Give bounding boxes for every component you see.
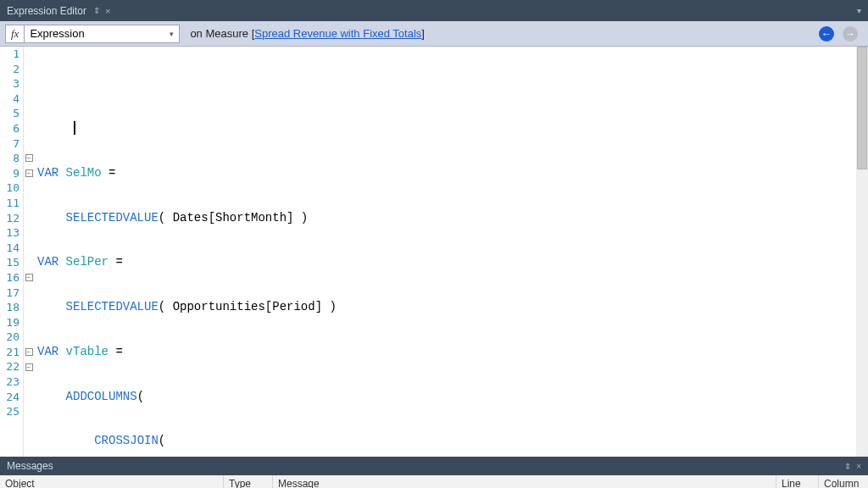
col-line[interactable]: Line xyxy=(776,475,819,488)
editor-titlebar: Expression Editor ⇕ × ▾ xyxy=(0,0,868,21)
col-object[interactable]: Object xyxy=(0,475,224,488)
code-content[interactable]: VAR SelMo = SELECTEDVALUE( Dates[ShortMo… xyxy=(34,47,868,457)
editor-title: Expression Editor xyxy=(7,5,86,17)
scrollbar-thumb[interactable] xyxy=(857,47,867,169)
nav-arrows: ← → xyxy=(819,26,863,42)
fold-toggle-icon[interactable]: − xyxy=(25,169,33,177)
col-column[interactable]: Column xyxy=(819,475,868,488)
messages-titlebar: Messages ⇕ × xyxy=(0,457,868,475)
measure-context: on Measure [Spread Revenue with Fixed To… xyxy=(190,27,425,40)
expression-type-value: Expression xyxy=(30,27,84,40)
text-cursor xyxy=(74,121,75,135)
fold-toggle-icon[interactable]: − xyxy=(25,348,33,356)
col-message[interactable]: Message xyxy=(273,475,776,488)
messages-pin-icon[interactable]: ⇕ xyxy=(844,462,851,471)
measure-link[interactable]: Spread Revenue with Fixed Totals xyxy=(254,27,421,40)
fx-label: fx xyxy=(5,25,24,43)
messages-header: Object Type Message Line Column xyxy=(0,475,868,488)
nav-back-button[interactable]: ← xyxy=(819,26,834,42)
nav-forward-button: → xyxy=(843,26,858,42)
fold-gutter: − − − − − xyxy=(24,47,34,457)
code-editor[interactable]: 1234567891011121314151617181920212223242… xyxy=(0,47,868,457)
dropdown-arrow-icon: ▾ xyxy=(170,30,174,38)
expression-type-dropdown[interactable]: Expression ▾ xyxy=(24,25,180,43)
vertical-scrollbar[interactable] xyxy=(856,47,868,457)
line-gutter: 1234567891011121314151617181920212223242… xyxy=(0,47,24,457)
window-menu-icon[interactable]: ▾ xyxy=(857,6,861,15)
fold-toggle-icon[interactable]: − xyxy=(25,154,33,162)
formula-toolbar: fx Expression ▾ on Measure [Spread Reven… xyxy=(0,21,868,47)
col-type[interactable]: Type xyxy=(224,475,273,488)
close-tab-icon[interactable]: × xyxy=(105,6,110,16)
fold-toggle-icon[interactable]: − xyxy=(25,274,33,281)
messages-title: Messages xyxy=(7,460,53,472)
fold-toggle-icon[interactable]: − xyxy=(25,363,33,371)
messages-close-icon[interactable]: × xyxy=(856,462,861,471)
pin-icon[interactable]: ⇕ xyxy=(93,6,100,15)
